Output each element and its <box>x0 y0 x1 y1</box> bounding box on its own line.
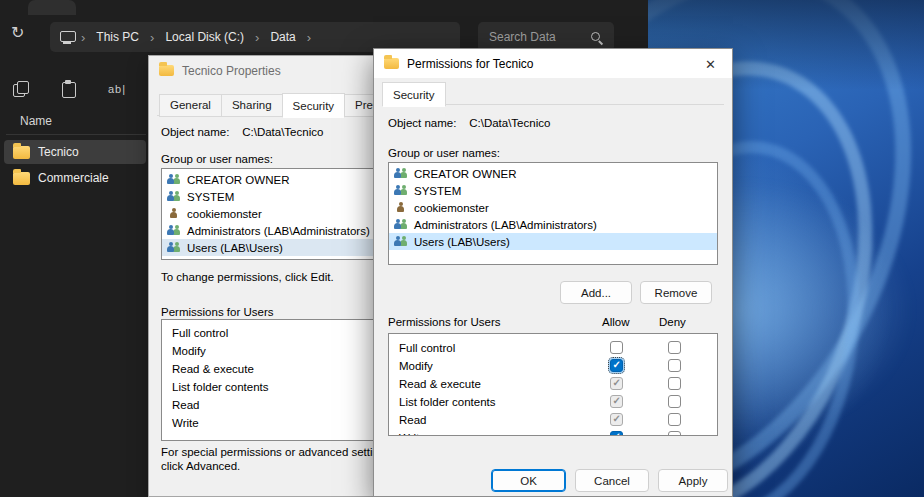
deny-checkbox[interactable] <box>668 341 681 354</box>
group-icon <box>394 168 409 180</box>
group-name: SYSTEM <box>414 185 461 197</box>
file-row-tecnico[interactable]: Tecnico <box>4 140 146 164</box>
permissions-label: Permissions for Users <box>388 316 500 328</box>
remove-button[interactable]: Remove <box>640 281 712 304</box>
search-placeholder: Search Data <box>489 30 556 44</box>
paste-icon[interactable] <box>60 80 78 98</box>
group-name: Users (LAB\Users) <box>414 236 510 248</box>
allow-column-header: Allow <box>602 316 629 328</box>
allow-checkbox[interactable] <box>610 413 623 426</box>
group-icon <box>394 219 409 231</box>
group-list[interactable]: CREATOR OWNER SYSTEM cookiemonster Admin… <box>388 162 718 265</box>
copy-icon[interactable] <box>12 80 30 98</box>
tab-general[interactable]: General <box>159 94 222 117</box>
group-name: SYSTEM <box>187 191 234 203</box>
allow-checkbox[interactable] <box>610 395 623 408</box>
refresh-icon[interactable]: ↻ <box>11 25 24 41</box>
breadcrumb-data[interactable]: Data <box>261 30 304 44</box>
edit-hint: To change permissions, click Edit. <box>161 271 334 283</box>
tab-sharing[interactable]: Sharing <box>221 94 283 117</box>
folder-icon <box>13 146 30 159</box>
groups-label: Group or user names: <box>388 147 500 159</box>
breadcrumb-local-disk[interactable]: Local Disk (C:) <box>156 30 253 44</box>
permission-name: Read & execute <box>172 363 254 375</box>
folder-icon <box>13 172 30 185</box>
allow-checkbox[interactable] <box>610 341 623 354</box>
permission-row-list-folder-contents: List folder contents <box>389 393 717 411</box>
group-item-administrators[interactable]: Administrators (LAB\Administrators) <box>389 216 717 233</box>
rename-icon[interactable] <box>108 80 126 98</box>
permission-name: List folder contents <box>172 381 269 393</box>
deny-checkbox[interactable] <box>668 431 681 436</box>
group-icon <box>167 174 182 186</box>
permission-row-read: Read <box>389 411 717 429</box>
deny-column-header: Deny <box>659 316 686 328</box>
this-pc-icon <box>60 31 75 44</box>
dialog-title: Permissions for Tecnico <box>407 57 534 71</box>
dialog-folder-icon <box>384 58 399 69</box>
object-name-value: C:\Data\Tecnico <box>469 117 550 129</box>
group-name: Users (LAB\Users) <box>187 242 283 254</box>
dialog-title: Tecnico Properties <box>182 64 281 78</box>
advanced-hint-line1: For special permissions or advanced sett… <box>161 446 385 458</box>
permissions-label: Permissions for Users <box>161 306 273 318</box>
search-icon <box>590 31 603 44</box>
permission-name: Full control <box>172 327 228 339</box>
close-icon[interactable]: ✕ <box>701 56 720 73</box>
file-list: Name Tecnico Commerciale <box>0 108 148 497</box>
object-name-row: Object name: C:\Data\Tecnico <box>388 117 550 129</box>
permissions-dialog: Permissions for Tecnico ✕ Security Objec… <box>373 48 733 497</box>
tab-security[interactable]: Security <box>282 93 346 118</box>
breadcrumb-chevron-icon[interactable]: › <box>253 30 261 45</box>
object-name-label: Object name: <box>161 126 229 138</box>
breadcrumb-chevron-icon[interactable]: › <box>305 30 313 45</box>
group-name: cookiemonster <box>187 208 262 220</box>
ok-button[interactable]: OK <box>491 469 566 492</box>
object-name-value: C:\Data\Tecnico <box>242 126 323 138</box>
header-divider <box>6 134 146 135</box>
tab-security[interactable]: Security <box>382 82 446 107</box>
permission-name: Read & execute <box>399 378 481 390</box>
dialog-folder-icon <box>159 65 174 76</box>
permissions-tabs: Security <box>382 82 445 106</box>
add-button[interactable]: Add... <box>560 281 632 304</box>
allow-checkbox[interactable] <box>610 431 623 436</box>
group-item-users[interactable]: Users (LAB\Users) <box>389 233 717 250</box>
breadcrumb-chevron-icon[interactable]: › <box>148 30 156 45</box>
file-row-commerciale[interactable]: Commerciale <box>4 166 146 190</box>
permission-name: Modify <box>399 360 433 372</box>
permission-name: Read <box>172 399 200 411</box>
group-name: CREATOR OWNER <box>414 168 516 180</box>
user-icon <box>394 202 409 214</box>
column-header-name[interactable]: Name <box>20 114 52 128</box>
deny-checkbox[interactable] <box>668 413 681 426</box>
permission-name: Full control <box>399 342 455 354</box>
group-item-system[interactable]: SYSTEM <box>389 182 717 199</box>
breadcrumb-this-pc[interactable]: This PC <box>87 30 148 44</box>
group-name: Administrators (LAB\Administrators) <box>187 225 370 237</box>
group-item-creator-owner[interactable]: CREATOR OWNER <box>389 165 717 182</box>
allow-checkbox[interactable] <box>610 359 623 372</box>
permission-row-write: Write <box>389 429 717 436</box>
group-item-cookiemonster[interactable]: cookiemonster <box>389 199 717 216</box>
permission-row-full-control: Full control <box>389 339 717 357</box>
deny-checkbox[interactable] <box>668 395 681 408</box>
permission-name: Modify <box>172 345 206 357</box>
permission-name: List folder contents <box>399 396 496 408</box>
deny-checkbox[interactable] <box>668 377 681 390</box>
allow-checkbox[interactable] <box>610 377 623 390</box>
group-icon <box>394 185 409 197</box>
permission-row-read-execute: Read & execute <box>389 375 717 393</box>
object-name-row: Object name: C:\Data\Tecnico <box>161 126 323 138</box>
cancel-button[interactable]: Cancel <box>575 469 649 492</box>
breadcrumb-chevron-icon[interactable]: › <box>79 30 87 45</box>
group-icon <box>167 242 182 254</box>
user-icon <box>167 208 182 220</box>
group-name: CREATOR OWNER <box>187 174 289 186</box>
desktop: ↻ › This PC › Local Disk (C:) › Data › S… <box>0 0 924 497</box>
advanced-hint-line2: click Advanced. <box>161 460 240 472</box>
apply-button[interactable]: Apply <box>658 469 728 492</box>
explorer-tab[interactable] <box>28 0 76 15</box>
permissions-list: Full control Modify Read & execute List … <box>388 333 718 436</box>
deny-checkbox[interactable] <box>668 359 681 372</box>
